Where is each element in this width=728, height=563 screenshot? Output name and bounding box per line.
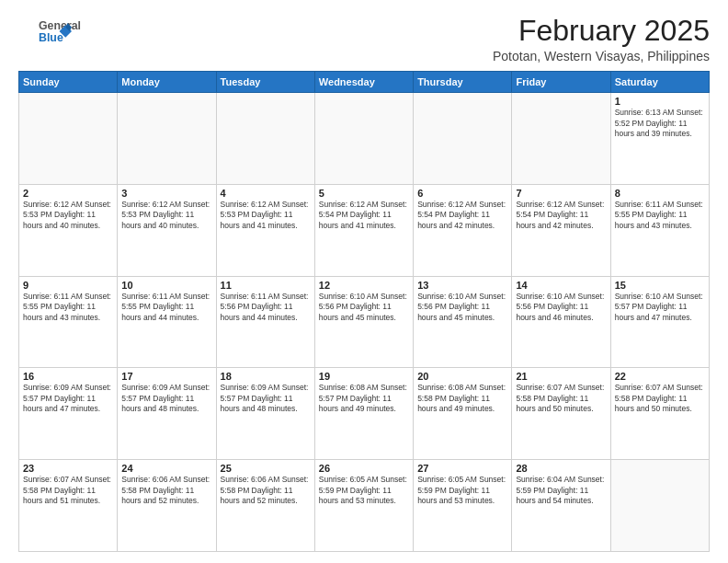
day-info: Sunrise: 6:11 AM Sunset: 5:56 PM Dayligh…: [221, 292, 311, 323]
day-info: Sunrise: 6:12 AM Sunset: 5:54 PM Dayligh…: [319, 200, 409, 231]
day-info: Sunrise: 6:06 AM Sunset: 5:58 PM Dayligh…: [221, 475, 311, 506]
calendar-cell: 9Sunrise: 6:11 AM Sunset: 5:55 PM Daylig…: [19, 276, 118, 368]
day-number: 25: [221, 463, 311, 474]
calendar-day-header: Saturday: [610, 72, 709, 93]
calendar-cell: 13Sunrise: 6:10 AM Sunset: 5:56 PM Dayli…: [414, 276, 512, 368]
calendar-cell: 5Sunrise: 6:12 AM Sunset: 5:54 PM Daylig…: [314, 184, 413, 276]
day-number: 3: [121, 188, 211, 199]
calendar-week-row: 9Sunrise: 6:11 AM Sunset: 5:55 PM Daylig…: [19, 276, 710, 368]
calendar-day-header: Thursday: [414, 72, 512, 93]
day-info: Sunrise: 6:04 AM Sunset: 5:59 PM Dayligh…: [516, 475, 606, 506]
calendar-cell: [216, 93, 314, 185]
day-number: 19: [319, 371, 409, 382]
calendar-cell: 20Sunrise: 6:08 AM Sunset: 5:58 PM Dayli…: [414, 368, 512, 460]
calendar-cell: 14Sunrise: 6:10 AM Sunset: 5:56 PM Dayli…: [512, 276, 610, 368]
day-info: Sunrise: 6:07 AM Sunset: 5:58 PM Dayligh…: [516, 383, 606, 414]
calendar-cell: [512, 93, 610, 185]
day-number: 2: [23, 188, 113, 199]
day-number: 28: [516, 463, 606, 474]
calendar-day-header: Wednesday: [314, 72, 413, 93]
day-info: Sunrise: 6:12 AM Sunset: 5:54 PM Dayligh…: [516, 200, 606, 231]
calendar-cell: [414, 93, 512, 185]
calendar-week-row: 2Sunrise: 6:12 AM Sunset: 5:53 PM Daylig…: [19, 184, 710, 276]
day-info: Sunrise: 6:05 AM Sunset: 5:59 PM Dayligh…: [417, 475, 507, 506]
calendar-day-header: Friday: [512, 72, 610, 93]
calendar-cell: 23Sunrise: 6:07 AM Sunset: 5:58 PM Dayli…: [19, 460, 118, 552]
month-year: February 2025: [493, 15, 710, 47]
day-number: 21: [516, 371, 606, 382]
calendar-cell: 17Sunrise: 6:09 AM Sunset: 5:57 PM Dayli…: [118, 368, 216, 460]
calendar-cell: 11Sunrise: 6:11 AM Sunset: 5:56 PM Dayli…: [216, 276, 314, 368]
calendar-cell: [314, 93, 413, 185]
day-number: 9: [23, 280, 113, 291]
day-number: 24: [121, 463, 211, 474]
day-number: 23: [23, 463, 113, 474]
day-number: 17: [121, 371, 211, 382]
day-number: 10: [121, 280, 211, 291]
calendar-cell: 1Sunrise: 6:13 AM Sunset: 5:52 PM Daylig…: [610, 93, 709, 185]
day-number: 4: [221, 188, 311, 199]
calendar-day-header: Tuesday: [216, 72, 314, 93]
day-number: 12: [319, 280, 409, 291]
day-info: Sunrise: 6:10 AM Sunset: 5:57 PM Dayligh…: [615, 292, 705, 323]
calendar-cell: 8Sunrise: 6:11 AM Sunset: 5:55 PM Daylig…: [610, 184, 709, 276]
calendar-cell: 19Sunrise: 6:08 AM Sunset: 5:57 PM Dayli…: [314, 368, 413, 460]
calendar-cell: 28Sunrise: 6:04 AM Sunset: 5:59 PM Dayli…: [512, 460, 610, 552]
calendar-cell: 2Sunrise: 6:12 AM Sunset: 5:53 PM Daylig…: [19, 184, 118, 276]
svg-text:Blue: Blue: [39, 31, 63, 44]
calendar-cell: [610, 460, 709, 552]
calendar-week-row: 1Sunrise: 6:13 AM Sunset: 5:52 PM Daylig…: [19, 93, 710, 185]
calendar-day-header: Sunday: [19, 72, 118, 93]
day-info: Sunrise: 6:11 AM Sunset: 5:55 PM Dayligh…: [23, 292, 113, 323]
calendar-cell: 27Sunrise: 6:05 AM Sunset: 5:59 PM Dayli…: [414, 460, 512, 552]
calendar-week-row: 16Sunrise: 6:09 AM Sunset: 5:57 PM Dayli…: [19, 368, 710, 460]
calendar-cell: 10Sunrise: 6:11 AM Sunset: 5:55 PM Dayli…: [118, 276, 216, 368]
day-info: Sunrise: 6:13 AM Sunset: 5:52 PM Dayligh…: [615, 108, 705, 139]
day-number: 13: [417, 280, 507, 291]
day-info: Sunrise: 6:10 AM Sunset: 5:56 PM Dayligh…: [417, 292, 507, 323]
header: General Blue February 2025 Pototan, West…: [18, 15, 710, 63]
day-number: 27: [417, 463, 507, 474]
day-info: Sunrise: 6:06 AM Sunset: 5:58 PM Dayligh…: [121, 475, 211, 506]
day-number: 11: [221, 280, 311, 291]
day-number: 20: [417, 371, 507, 382]
logo-icon: General Blue: [18, 15, 92, 48]
day-number: 14: [516, 280, 606, 291]
day-info: Sunrise: 6:07 AM Sunset: 5:58 PM Dayligh…: [615, 383, 705, 414]
day-number: 18: [221, 371, 311, 382]
calendar-cell: 15Sunrise: 6:10 AM Sunset: 5:57 PM Dayli…: [610, 276, 709, 368]
day-info: Sunrise: 6:05 AM Sunset: 5:59 PM Dayligh…: [319, 475, 409, 506]
day-number: 22: [615, 371, 705, 382]
day-info: Sunrise: 6:12 AM Sunset: 5:53 PM Dayligh…: [121, 200, 211, 231]
day-info: Sunrise: 6:12 AM Sunset: 5:54 PM Dayligh…: [417, 200, 507, 231]
calendar-cell: [19, 93, 118, 185]
calendar-cell: 12Sunrise: 6:10 AM Sunset: 5:56 PM Dayli…: [314, 276, 413, 368]
calendar-cell: 4Sunrise: 6:12 AM Sunset: 5:53 PM Daylig…: [216, 184, 314, 276]
svg-text:General: General: [39, 19, 81, 32]
page: General Blue February 2025 Pototan, West…: [0, 0, 728, 563]
calendar-cell: 26Sunrise: 6:05 AM Sunset: 5:59 PM Dayli…: [314, 460, 413, 552]
day-number: 16: [23, 371, 113, 382]
day-info: Sunrise: 6:09 AM Sunset: 5:57 PM Dayligh…: [23, 383, 113, 414]
location: Pototan, Western Visayas, Philippines: [493, 49, 710, 63]
day-info: Sunrise: 6:12 AM Sunset: 5:53 PM Dayligh…: [23, 200, 113, 231]
day-info: Sunrise: 6:10 AM Sunset: 5:56 PM Dayligh…: [516, 292, 606, 323]
calendar-cell: [118, 93, 216, 185]
day-info: Sunrise: 6:09 AM Sunset: 5:57 PM Dayligh…: [121, 383, 211, 414]
day-number: 26: [319, 463, 409, 474]
day-info: Sunrise: 6:08 AM Sunset: 5:58 PM Dayligh…: [417, 383, 507, 414]
calendar-cell: 25Sunrise: 6:06 AM Sunset: 5:58 PM Dayli…: [216, 460, 314, 552]
day-number: 7: [516, 188, 606, 199]
calendar-cell: 3Sunrise: 6:12 AM Sunset: 5:53 PM Daylig…: [118, 184, 216, 276]
day-info: Sunrise: 6:12 AM Sunset: 5:53 PM Dayligh…: [221, 200, 311, 231]
day-number: 5: [319, 188, 409, 199]
calendar-cell: 24Sunrise: 6:06 AM Sunset: 5:58 PM Dayli…: [118, 460, 216, 552]
day-info: Sunrise: 6:11 AM Sunset: 5:55 PM Dayligh…: [121, 292, 211, 323]
day-number: 6: [417, 188, 507, 199]
day-number: 1: [615, 96, 705, 107]
calendar-header-row: SundayMondayTuesdayWednesdayThursdayFrid…: [19, 72, 710, 93]
calendar-day-header: Monday: [118, 72, 216, 93]
day-info: Sunrise: 6:09 AM Sunset: 5:57 PM Dayligh…: [221, 383, 311, 414]
calendar-table: SundayMondayTuesdayWednesdayThursdayFrid…: [18, 71, 710, 552]
calendar-cell: 6Sunrise: 6:12 AM Sunset: 5:54 PM Daylig…: [414, 184, 512, 276]
